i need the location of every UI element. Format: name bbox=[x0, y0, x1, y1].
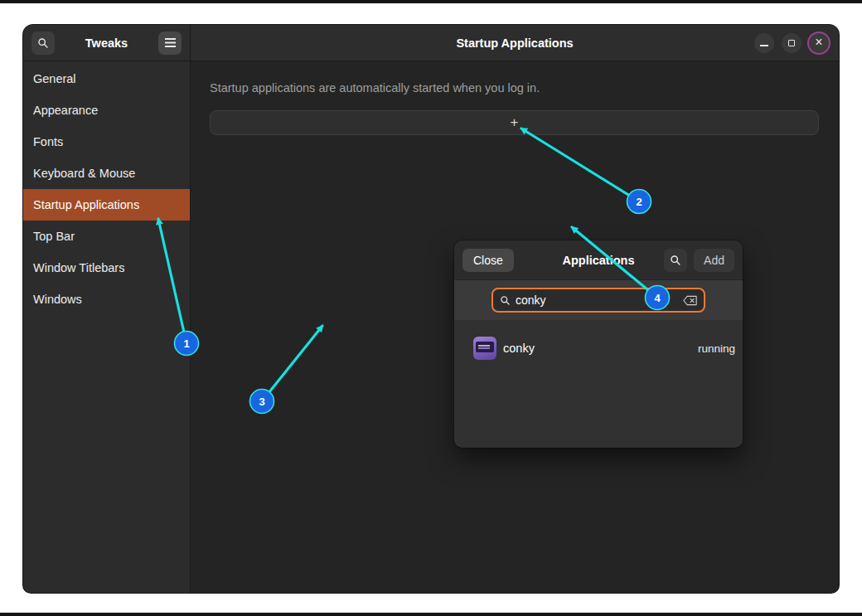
application-status: running bbox=[698, 342, 735, 355]
page-title: Startup Applications bbox=[456, 36, 573, 50]
sidebar-item-label: Startup Applications bbox=[33, 198, 139, 211]
sidebar-item-label: Fonts bbox=[33, 135, 63, 148]
app-search-entry[interactable] bbox=[492, 288, 705, 313]
backspace-clear-icon bbox=[683, 295, 697, 306]
conky-app-icon bbox=[473, 337, 496, 360]
hamburger-icon bbox=[165, 38, 176, 47]
app-title: Tweaks bbox=[61, 36, 152, 50]
sidebar-item-label: Appearance bbox=[33, 104, 98, 117]
startup-applications-page: Startup applications are automatically s… bbox=[191, 61, 839, 593]
dialog-search-toggle-button[interactable] bbox=[664, 249, 687, 272]
sidebar-item-keyboard-mouse[interactable]: Keyboard & Mouse bbox=[23, 158, 190, 189]
sidebar-item-label: Top Bar bbox=[33, 230, 75, 243]
dialog-header: Close Applications Add bbox=[454, 240, 743, 280]
search-icon bbox=[670, 255, 681, 266]
minimize-button[interactable] bbox=[754, 33, 774, 53]
minimize-icon bbox=[760, 45, 768, 46]
titlebar: Tweaks Startup Applications × bbox=[23, 25, 839, 61]
window-controls: × bbox=[754, 33, 829, 53]
application-result-conky[interactable]: conky running bbox=[454, 323, 743, 373]
menu-button[interactable] bbox=[158, 32, 182, 55]
dialog-header-actions: Add bbox=[664, 249, 734, 272]
sidebar-item-top-bar[interactable]: Top Bar bbox=[23, 221, 190, 252]
dialog-title: Applications bbox=[562, 254, 634, 267]
sidebar-item-label: Window Titlebars bbox=[33, 261, 124, 274]
maximize-button[interactable] bbox=[782, 33, 801, 53]
search-icon bbox=[500, 295, 511, 306]
sidebar-item-label: Windows bbox=[33, 293, 82, 306]
close-button[interactable]: × bbox=[809, 33, 829, 53]
clear-search-button[interactable] bbox=[683, 295, 697, 306]
dialog-search-strip bbox=[454, 280, 743, 320]
applications-dialog: Close Applications Add bbox=[454, 240, 743, 448]
sidebar-item-general[interactable]: General bbox=[23, 63, 190, 95]
sidebar-item-windows[interactable]: Windows bbox=[23, 284, 190, 315]
page-description: Startup applications are automatically s… bbox=[210, 81, 821, 95]
titlebar-main-section: Startup Applications × bbox=[191, 25, 839, 61]
search-button[interactable] bbox=[31, 32, 55, 55]
close-icon: × bbox=[815, 36, 822, 49]
sidebar-item-appearance[interactable]: Appearance bbox=[23, 95, 190, 126]
plus-icon: + bbox=[511, 114, 519, 131]
sidebar-item-label: Keyboard & Mouse bbox=[33, 167, 135, 180]
add-startup-application-row[interactable]: + bbox=[210, 110, 819, 135]
app-search-input[interactable] bbox=[516, 293, 678, 307]
search-icon bbox=[37, 37, 49, 49]
sidebar: General Appearance Fonts Keyboard & Mous… bbox=[23, 61, 191, 593]
sidebar-item-startup-applications[interactable]: Startup Applications bbox=[23, 189, 190, 221]
application-name: conky bbox=[503, 342, 535, 355]
tweaks-window: Tweaks Startup Applications × General Ap… bbox=[23, 25, 839, 593]
screen-edge-top bbox=[0, 0, 862, 3]
sidebar-item-fonts[interactable]: Fonts bbox=[23, 126, 190, 158]
dialog-add-button[interactable]: Add bbox=[694, 249, 734, 272]
sidebar-item-window-titlebars[interactable]: Window Titlebars bbox=[23, 252, 190, 284]
maximize-icon bbox=[788, 40, 795, 46]
dialog-close-button[interactable]: Close bbox=[462, 249, 514, 272]
application-results-list: conky running bbox=[454, 320, 743, 448]
sidebar-item-label: General bbox=[33, 72, 76, 85]
titlebar-sidebar-section: Tweaks bbox=[23, 25, 191, 61]
screen-edge-bottom bbox=[0, 613, 862, 616]
